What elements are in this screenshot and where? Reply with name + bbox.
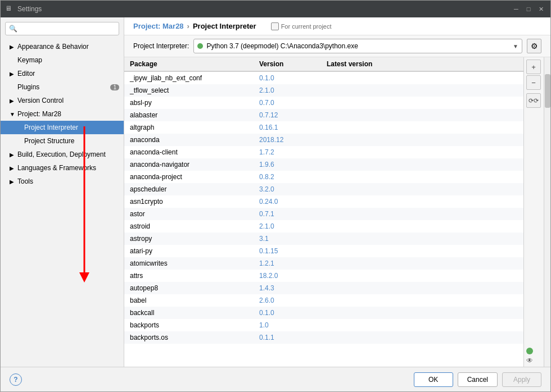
sidebar-item-project-mar28[interactable]: ▼Project: Mar28 xyxy=(1,107,124,121)
sidebar-item-label: Appearance & Behavior xyxy=(17,43,89,51)
breadcrumb-project[interactable]: Project: Mar28 xyxy=(133,22,184,30)
add-package-button[interactable]: + xyxy=(526,60,541,74)
for-current-label: For current project xyxy=(281,23,332,30)
packages-table-area: Package Version Latest version _ipyw_jla… xyxy=(124,57,550,367)
table-row[interactable]: _ipyw_jlab_nb_ext_conf0.1.0 xyxy=(124,72,523,84)
package-latest-version xyxy=(321,163,523,166)
breadcrumb: Project: Mar28 › Project Interpreter For… xyxy=(124,17,550,35)
package-latest-version xyxy=(321,77,523,79)
package-latest-version xyxy=(321,114,523,116)
table-row[interactable]: anaconda2018.12 xyxy=(124,134,523,146)
search-input[interactable] xyxy=(5,22,119,35)
close-button[interactable]: ✕ xyxy=(536,4,546,14)
package-name: anaconda-project xyxy=(124,172,254,182)
sidebar-item-label: Build, Execution, Deployment xyxy=(17,151,106,158)
package-version: 18.2.0 xyxy=(254,271,321,281)
table-row[interactable]: anaconda-project0.8.2 xyxy=(124,171,523,183)
arrow-icon: ▶ xyxy=(10,44,15,50)
sidebar-item-label: Version Control xyxy=(17,97,64,104)
sidebar-item-label: Project: Mar28 xyxy=(17,110,61,118)
sidebar-item-keymap[interactable]: Keymap xyxy=(1,53,124,67)
table-row[interactable]: absl-py0.7.0 xyxy=(124,97,523,109)
package-latest-version xyxy=(321,188,523,190)
sidebar-item-project-structure[interactable]: Project Structure xyxy=(1,134,124,148)
package-name: anaconda-client xyxy=(124,147,254,157)
sidebar: ▶Appearance & BehaviorKeymap▶EditorPlugi… xyxy=(1,17,124,367)
apply-button[interactable]: Apply xyxy=(502,372,541,387)
package-version: 3.1 xyxy=(254,234,321,244)
package-latest-version xyxy=(321,102,523,104)
package-name: autopep8 xyxy=(124,283,254,293)
table-row[interactable]: asn1crypto0.24.0 xyxy=(124,195,523,208)
maximize-button[interactable]: □ xyxy=(523,4,534,14)
table-row[interactable]: autopep81.4.3 xyxy=(124,282,523,294)
package-name: backports xyxy=(124,320,254,330)
sidebar-item-build-execution[interactable]: ▶Build, Execution, Deployment xyxy=(1,148,124,161)
package-latest-version xyxy=(321,213,523,215)
table-row[interactable]: backports.os0.1.1 xyxy=(124,331,523,344)
table-row[interactable]: babel2.6.0 xyxy=(124,294,523,307)
scroll-thumb[interactable] xyxy=(545,74,550,108)
minimize-button[interactable]: ─ xyxy=(511,4,521,14)
ok-button[interactable]: OK xyxy=(414,372,453,387)
table-row[interactable]: astropy3.1 xyxy=(124,233,523,245)
table-scroll[interactable]: _ipyw_jlab_nb_ext_conf0.1.0_tflow_select… xyxy=(124,72,523,367)
sidebar-item-tools[interactable]: ▶Tools xyxy=(1,175,124,188)
window-controls: ─ □ ✕ xyxy=(511,4,546,14)
sidebar-item-version-control[interactable]: ▶Version Control xyxy=(1,94,124,107)
cancel-button[interactable]: Cancel xyxy=(458,372,498,387)
package-version: 0.24.0 xyxy=(254,197,321,207)
refresh-button[interactable]: ⟳⟳ xyxy=(526,93,541,108)
package-version: 0.8.2 xyxy=(254,172,321,182)
arrow-icon: ▶ xyxy=(10,71,15,77)
package-version: 2.1.0 xyxy=(254,221,321,231)
sidebar-item-project-interpreter[interactable]: Project Interpreter xyxy=(1,121,124,134)
table-row[interactable]: alabaster0.7.12 xyxy=(124,109,523,121)
scroll-track[interactable] xyxy=(544,57,550,367)
col-header-version: Version xyxy=(254,57,321,71)
col-header-latest: Latest version xyxy=(321,57,523,71)
table-row[interactable]: anaconda-client1.7.2 xyxy=(124,146,523,158)
package-name: astroid xyxy=(124,221,254,231)
package-name: absl-py xyxy=(124,98,254,108)
table-row[interactable]: altgraph0.16.1 xyxy=(124,121,523,134)
help-button[interactable]: ? xyxy=(10,373,22,386)
table-row[interactable]: backports1.0 xyxy=(124,319,523,331)
table-row[interactable]: apscheduler3.2.0 xyxy=(124,183,523,195)
package-version: 0.16.1 xyxy=(254,122,321,133)
table-row[interactable]: astroid2.1.0 xyxy=(124,220,523,233)
sidebar-item-editor[interactable]: ▶Editor xyxy=(1,67,124,80)
package-version: 1.7.2 xyxy=(254,147,321,157)
table-row[interactable]: atomicwrites1.2.1 xyxy=(124,257,523,270)
sidebar-item-label: Keymap xyxy=(17,56,42,64)
titlebar: 🖥 Settings ─ □ ✕ xyxy=(1,1,550,17)
status-eye-icon[interactable]: 👁 xyxy=(526,357,541,364)
nav-tree: ▶Appearance & BehaviorKeymap▶EditorPlugi… xyxy=(1,40,124,367)
package-name: _ipyw_jlab_nb_ext_conf xyxy=(124,73,254,83)
table-row[interactable]: anaconda-navigator1.9.6 xyxy=(124,158,523,171)
refresh-icon: ⟳⟳ xyxy=(526,93,541,108)
table-row[interactable]: atari-py0.1.15 xyxy=(124,245,523,257)
side-buttons: + − ⟳⟳ 👁 xyxy=(523,57,544,367)
interpreter-select[interactable]: Python 3.7 (deepmodel) C:\Anaconda3\pyth… xyxy=(193,39,522,53)
interpreter-row: Project Interpreter: Python 3.7 (deepmod… xyxy=(124,35,550,57)
package-latest-version xyxy=(321,139,523,141)
status-green-icon xyxy=(526,348,533,354)
package-name: atari-py xyxy=(124,246,254,256)
sidebar-item-languages-frameworks[interactable]: ▶Languages & Frameworks xyxy=(1,161,124,175)
bottom-bar: ? OK Cancel Apply xyxy=(1,367,550,391)
package-name: apscheduler xyxy=(124,184,254,194)
table-row[interactable]: backcall0.1.0 xyxy=(124,307,523,319)
package-latest-version xyxy=(321,299,523,302)
table-row[interactable]: _tflow_select2.1.0 xyxy=(124,84,523,97)
interpreter-settings-button[interactable]: ⚙ xyxy=(527,39,541,53)
table-row[interactable]: attrs18.2.0 xyxy=(124,270,523,282)
breadcrumb-separator: › xyxy=(187,22,189,30)
table-row[interactable]: astor0.7.1 xyxy=(124,208,523,220)
package-latest-version xyxy=(321,200,523,203)
sidebar-item-appearance[interactable]: ▶Appearance & Behavior xyxy=(1,40,124,53)
sidebar-item-plugins[interactable]: Plugins1 xyxy=(1,80,124,94)
package-version: 0.1.1 xyxy=(254,332,321,343)
remove-package-button[interactable]: − xyxy=(526,75,541,90)
package-name: anaconda xyxy=(124,135,254,145)
